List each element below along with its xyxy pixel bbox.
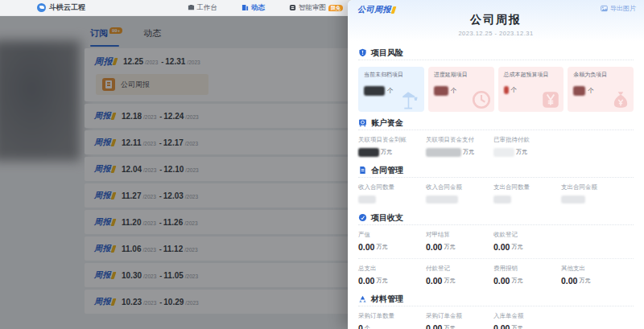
metric-unit: 万元 bbox=[511, 324, 522, 329]
drawer-backdrop[interactable] bbox=[0, 16, 348, 329]
contract-icon bbox=[358, 166, 367, 175]
redacted-value bbox=[504, 86, 509, 94]
field-label: 支出合同金额 bbox=[561, 183, 597, 191]
metric-number: 0.00 bbox=[561, 276, 577, 286]
metric-field: 费用报销0.00万元 bbox=[493, 265, 561, 286]
image-icon bbox=[601, 5, 608, 12]
field-label: 对甲结算 bbox=[426, 231, 493, 239]
section-title: 项目收支 bbox=[371, 212, 403, 224]
shield-icon bbox=[358, 48, 367, 57]
feed-page: 订阅 99+ 动态 周报 12.25/2023 - 12.31/2023 bbox=[0, 16, 348, 329]
field-value: 0.00万元 bbox=[358, 276, 426, 286]
risk-card-label: 当前未归档项目 bbox=[364, 71, 419, 79]
metric-field: 关联项目资金支付万元 bbox=[426, 136, 493, 157]
field-value: 0.00万元 bbox=[493, 276, 561, 286]
limited-free-badge: 限免 bbox=[328, 5, 343, 11]
metric-number: 0.00 bbox=[493, 323, 510, 329]
safe-icon bbox=[358, 118, 367, 127]
app-screen: 斗栱云工程 工作台 动态 智能审图 限免 订阅 99+ bbox=[0, 0, 644, 329]
metric-unit: 万元 bbox=[444, 277, 455, 285]
balance-icon bbox=[358, 213, 367, 222]
redacted-value bbox=[426, 148, 461, 157]
risk-card-value: 个 bbox=[364, 86, 419, 96]
risk-card: 进度延期项目个 bbox=[428, 67, 494, 112]
field-label: 其他支出 bbox=[561, 265, 590, 273]
brand-name: 斗栱云工程 bbox=[49, 2, 85, 13]
field-value: 0.00万元 bbox=[426, 323, 493, 329]
field-value bbox=[561, 195, 597, 204]
export-image-button[interactable]: 导出图片 bbox=[601, 4, 636, 13]
field-label: 收入合同数量 bbox=[358, 183, 426, 191]
metric-unit: 万元 bbox=[463, 148, 474, 156]
app-logo-icon bbox=[37, 3, 46, 12]
company-weekly-report-drawer: 公司周报 导出图片 公司周报 2023.12.25 - 2023.12.31 项… bbox=[348, 0, 644, 329]
metric-unit: 万元 bbox=[381, 148, 392, 156]
field-label: 总支出 bbox=[358, 265, 426, 273]
nav-item-smart-review[interactable]: 智能审图 限免 bbox=[289, 3, 343, 13]
metric-unit: 万元 bbox=[444, 243, 455, 251]
metric-field: 总支出0.00万元 bbox=[358, 265, 426, 286]
metric-field: 关联项目资金到账万元 bbox=[358, 136, 426, 157]
section-header-material: 材料管理 bbox=[358, 292, 634, 306]
field-label: 费用报销 bbox=[493, 265, 561, 273]
risk-cards: 当前未归档项目个进度延期项目个总成本超预算项目个余额为负项目个 bbox=[358, 67, 634, 112]
field-label: 采购订单金额 bbox=[426, 312, 493, 320]
nav-label: 工作台 bbox=[197, 3, 218, 13]
metric-unit: 万元 bbox=[579, 277, 590, 285]
field-label: 入库单金额 bbox=[493, 312, 524, 320]
section-header-contract: 合同管理 bbox=[358, 163, 634, 178]
risk-card-value: 个 bbox=[504, 86, 559, 94]
drawer-header: 公司周报 导出图片 公司周报 2023.12.25 - 2023.12.31 bbox=[348, 0, 644, 42]
section-title: 账户资金 bbox=[371, 117, 403, 129]
nav-item-workbench[interactable]: 工作台 bbox=[188, 3, 218, 13]
redacted-value bbox=[493, 195, 511, 204]
field-value: 0.00万元 bbox=[493, 323, 524, 329]
metric-number: 0.00 bbox=[358, 242, 374, 252]
redacted-value bbox=[358, 148, 379, 157]
metric-field: 已审批待付款万元 bbox=[493, 136, 530, 157]
section-title: 项目风险 bbox=[371, 47, 403, 59]
redacted-value bbox=[426, 195, 458, 204]
metric-number: 0.00 bbox=[426, 276, 442, 286]
field-label: 支出合同数量 bbox=[493, 183, 561, 191]
metric-number: 0.00 bbox=[493, 242, 510, 252]
field-value bbox=[358, 195, 426, 204]
field-label: 收款登记 bbox=[493, 231, 522, 239]
field-value: 0.00万元 bbox=[493, 242, 522, 252]
metric-field: 产值0.00万元 bbox=[358, 231, 426, 252]
metric-unit: 万元 bbox=[511, 277, 522, 285]
risk-card-label: 总成本超预算项目 bbox=[504, 71, 559, 79]
field-value: 0.00万元 bbox=[561, 276, 590, 286]
metric-field: 入库单金额0.00万元 bbox=[493, 312, 524, 329]
nav-item-feed[interactable]: 动态 bbox=[242, 3, 265, 13]
risk-card: 当前未归档项目个 bbox=[358, 67, 424, 112]
nav-label: 动态 bbox=[251, 3, 265, 13]
field-label: 已审批待付款 bbox=[493, 136, 530, 144]
funds-fields: 关联项目资金到账万元关联项目资金支付万元已审批待付款万元 bbox=[358, 136, 634, 157]
report-sections: 项目风险 当前未归档项目个进度延期项目个总成本超预算项目个余额为负项目个 账户资… bbox=[348, 46, 644, 329]
metric-unit: 万元 bbox=[511, 243, 522, 251]
risk-card-value: 个 bbox=[573, 86, 628, 96]
metric-field: 支出合同数量 bbox=[493, 183, 561, 204]
export-image-label: 导出图片 bbox=[610, 4, 636, 13]
redacted-value bbox=[434, 86, 448, 96]
redacted-value bbox=[364, 86, 385, 96]
field-label: 关联项目资金支付 bbox=[426, 136, 493, 144]
section-header-funds: 账户资金 bbox=[358, 116, 634, 130]
field-value bbox=[493, 195, 561, 204]
metric-field: 其他支出0.00万元 bbox=[561, 265, 590, 286]
metric-unit: 万元 bbox=[444, 324, 455, 329]
metric-unit: 个 bbox=[365, 324, 370, 329]
weekly-report-stamp: 公司周报 bbox=[357, 4, 395, 15]
metric-unit: 个 bbox=[511, 86, 518, 94]
metric-field: 收入合同数量 bbox=[358, 183, 426, 204]
top-nav: 工作台 动态 智能审图 限免 bbox=[188, 3, 344, 13]
smart-review-icon bbox=[289, 4, 296, 11]
dotted-divider bbox=[358, 258, 634, 259]
balance-fields-row1: 产值0.00万元对甲结算0.00万元收款登记0.00万元 bbox=[358, 231, 634, 252]
section-header-balance: 项目收支 bbox=[358, 211, 634, 225]
field-value: 0.00万元 bbox=[426, 276, 493, 286]
field-label: 产值 bbox=[358, 231, 426, 239]
feed-icon bbox=[242, 4, 249, 11]
risk-card-label: 进度延期项目 bbox=[434, 71, 489, 79]
